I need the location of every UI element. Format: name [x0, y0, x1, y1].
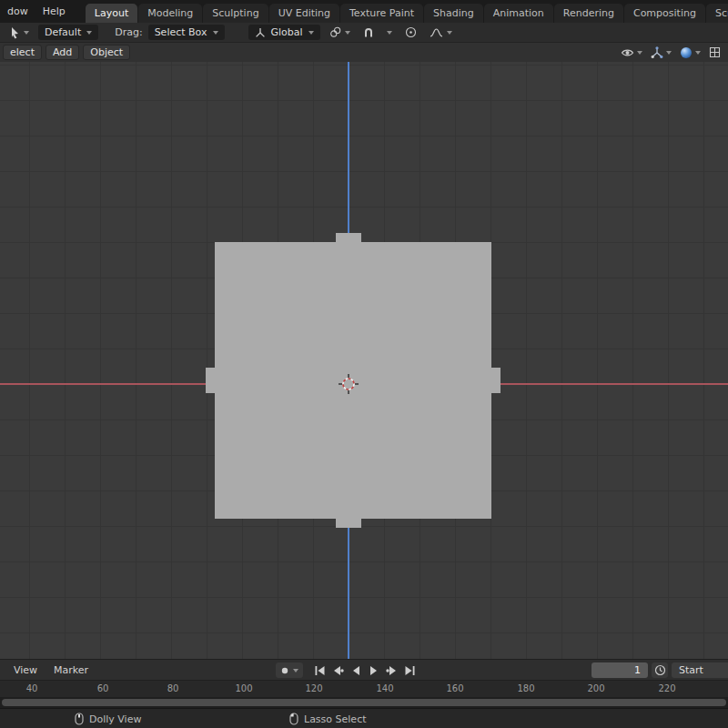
gizmos-dropdown[interactable] — [651, 46, 672, 59]
auto-keyframe-button[interactable] — [276, 662, 303, 678]
menu-window[interactable]: dow — [0, 0, 35, 23]
frame-start-field[interactable]: Start — [672, 662, 728, 678]
tool-preset-dropdown[interactable]: Default — [38, 25, 98, 40]
tab-texture-paint[interactable]: Texture Paint — [340, 4, 423, 23]
3d-cursor — [337, 372, 360, 396]
chevron-down-icon — [345, 31, 350, 35]
status-hint-label: Lasso Select — [304, 713, 367, 725]
axes-icon — [255, 27, 266, 38]
play-reverse-button[interactable] — [348, 662, 363, 678]
tab-compositing[interactable]: Compositing — [624, 4, 705, 23]
chevron-down-icon — [24, 31, 29, 35]
orientation-value: Global — [271, 26, 303, 38]
ruler-tick: 100 — [235, 683, 252, 693]
tab-sculpting[interactable]: Sculpting — [203, 4, 268, 23]
transform-orientation-dropdown[interactable]: Global — [248, 25, 320, 40]
tab-rendering[interactable]: Rendering — [554, 4, 623, 23]
proportional-falloff-dropdown[interactable] — [426, 25, 456, 40]
tab-scripting[interactable]: Scripting — [706, 4, 728, 23]
chevron-down-icon — [86, 31, 92, 35]
workspace-tabs: Layout Modeling Sculpting UV Editing Tex… — [86, 0, 728, 23]
3d-viewport[interactable] — [0, 62, 728, 659]
active-tool-dropdown[interactable] — [5, 25, 33, 40]
shading-sphere-icon — [680, 46, 693, 59]
menu-help[interactable]: Help — [35, 0, 73, 23]
status-bar: Dolly View Lasso Select — [0, 708, 728, 728]
timeline-scrollbar-thumb[interactable] — [2, 699, 726, 706]
chevron-down-icon — [666, 51, 672, 55]
jump-to-start-button[interactable] — [311, 662, 327, 678]
ruler-tick: 120 — [305, 683, 322, 693]
chevron-down-icon — [293, 669, 298, 672]
timeline-menus: View Marker — [7, 660, 95, 681]
tab-uv-editing[interactable]: UV Editing — [269, 4, 339, 23]
playback-popover-button[interactable] — [652, 662, 668, 678]
pivot-icon — [329, 26, 341, 38]
ruler-tick: 140 — [376, 683, 393, 693]
snap-toggle-button[interactable] — [359, 25, 378, 40]
status-hint-lasso: Lasso Select — [289, 709, 367, 728]
ruler-tick: 40 — [26, 683, 38, 693]
eye-icon — [621, 47, 634, 58]
tweak-cursor-icon — [9, 26, 20, 39]
viewport-shading-dropdown[interactable] — [680, 46, 701, 59]
chevron-down-icon — [695, 51, 701, 55]
timeline-header: View Marker 1 — [0, 659, 728, 680]
ruler-tick: 200 — [587, 683, 604, 693]
topbar: dow Help Layout Modeling Sculpting UV Ed… — [0, 0, 728, 23]
jump-to-end-button[interactable] — [402, 662, 418, 678]
proportional-circle-icon — [405, 26, 417, 38]
status-hint-dolly: Dolly View — [75, 709, 141, 728]
menu-timeline-marker[interactable]: Marker — [47, 664, 95, 676]
menu-add[interactable]: Add — [46, 45, 79, 60]
viewport-header-right — [621, 46, 725, 59]
chevron-down-icon — [447, 31, 452, 35]
grid-box-icon — [709, 46, 721, 58]
status-hint-label: Dolly View — [89, 713, 141, 725]
tool-settings-bar: Default Drag: Select Box Global — [0, 23, 728, 43]
mouse-left-icon — [289, 713, 298, 725]
cube-notch-left — [206, 368, 215, 393]
ruler-tick: 220 — [658, 683, 675, 693]
tab-animation[interactable]: Animation — [484, 4, 553, 23]
cube-notch-top — [336, 233, 361, 242]
playback-controls — [276, 662, 418, 678]
pivot-point-dropdown[interactable] — [326, 25, 354, 40]
chevron-down-icon — [213, 31, 218, 35]
clock-icon — [654, 664, 666, 676]
tab-layout[interactable]: Layout — [86, 4, 137, 23]
record-dot-icon — [280, 666, 289, 675]
visibility-dropdown[interactable] — [621, 47, 642, 58]
cube-notch-right — [491, 368, 500, 393]
viewport-options-button[interactable] — [709, 46, 721, 58]
drag-mode-value: Select Box — [155, 26, 207, 38]
snap-settings-dropdown[interactable] — [383, 25, 396, 40]
menu-select[interactable]: elect — [3, 45, 42, 60]
tab-modeling[interactable]: Modeling — [138, 4, 202, 23]
magnet-icon — [363, 27, 374, 38]
chevron-down-icon — [637, 51, 642, 55]
timeline-scrollbar — [0, 697, 728, 708]
chevron-down-icon — [308, 31, 314, 35]
prev-keyframe-button[interactable] — [329, 662, 345, 678]
drag-label: Drag: — [115, 26, 142, 38]
proportional-editing-button[interactable] — [401, 25, 420, 40]
falloff-curve-icon — [430, 27, 443, 38]
next-keyframe-button[interactable] — [384, 662, 399, 678]
menu-object[interactable]: Object — [83, 45, 130, 60]
mouse-middle-icon — [75, 713, 84, 725]
tool-preset-value: Default — [45, 26, 81, 38]
ruler-tick: 60 — [97, 683, 109, 693]
cube-notch-bottom — [336, 519, 361, 528]
ruler-tick: 80 — [167, 683, 179, 693]
current-frame-field[interactable]: 1 — [592, 662, 648, 678]
gizmo-axes-icon — [651, 46, 663, 59]
play-button[interactable] — [366, 662, 381, 678]
tab-shading[interactable]: Shading — [424, 4, 483, 23]
menu-timeline-view[interactable]: View — [7, 664, 44, 676]
viewport-header: elect Add Object — [0, 43, 728, 62]
timeline-ruler[interactable]: 40 60 80 100 120 140 160 180 200 220 — [0, 680, 728, 697]
drag-mode-dropdown[interactable]: Select Box — [148, 25, 225, 40]
chevron-down-icon — [387, 31, 392, 35]
ruler-tick: 160 — [446, 683, 463, 693]
